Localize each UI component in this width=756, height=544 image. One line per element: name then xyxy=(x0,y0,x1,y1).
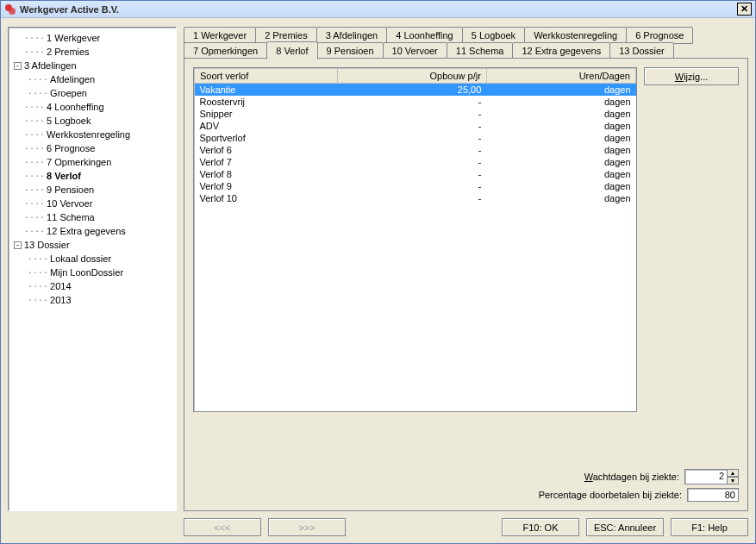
window-title: Werkgever Active B.V. xyxy=(20,4,737,15)
tree-connector: ···· xyxy=(22,296,48,305)
form-rows: Wachtdagen bij ziekte: 2 ▲ ▼ Percentage … xyxy=(193,466,739,502)
tree-label: Afdelingen xyxy=(50,74,95,84)
tree-item[interactable]: ····4 Loonheffing xyxy=(10,100,174,114)
cell-soort: Snipper xyxy=(195,108,338,120)
tab[interactable]: 7 Opmerkingen xyxy=(184,42,267,59)
window: Werkgever Active B.V. ✕ ····1 Werkgever·… xyxy=(0,0,756,544)
col-opbouw[interactable]: Opbouw p/jr xyxy=(337,69,486,84)
tab[interactable]: 12 Extra gegevens xyxy=(512,42,610,59)
prev-button[interactable]: <<< xyxy=(184,518,261,536)
wachtdagen-label-rest: achtdagen bij ziekte: xyxy=(593,472,679,482)
tree-item[interactable]: ····2014 xyxy=(10,279,174,293)
tree-item[interactable]: ····1 Werkgever xyxy=(10,31,174,45)
tree-label: 12 Extra gegevens xyxy=(47,226,126,236)
tab[interactable]: 4 Loonheffing xyxy=(386,27,462,44)
cell-soort: Vakantie xyxy=(195,84,338,97)
cell-opbouw: - xyxy=(337,156,486,168)
spinner-down[interactable]: ▼ xyxy=(727,477,739,485)
tree-label: 2013 xyxy=(50,295,71,305)
close-button[interactable]: ✕ xyxy=(737,3,752,16)
tab[interactable]: Werkkostenregeling xyxy=(524,27,627,44)
table-row[interactable]: Verlof 8-dagen xyxy=(195,168,636,180)
tab[interactable]: 1 Werkgever xyxy=(184,27,256,44)
table-row[interactable]: Roostervrij-dagen xyxy=(195,96,636,108)
ok-button[interactable]: F10: OK xyxy=(502,518,579,536)
tree-item[interactable]: -13 Dossier xyxy=(10,238,174,252)
tab[interactable]: 11 Schema xyxy=(447,42,514,59)
tab[interactable]: 8 Verlof xyxy=(266,41,317,59)
spinner-up[interactable]: ▲ xyxy=(727,469,739,477)
tree-item[interactable]: ····5 Logboek xyxy=(10,114,174,128)
percentage-input[interactable]: 80 xyxy=(687,488,739,502)
table-row[interactable]: Verlof 7-dagen xyxy=(195,156,636,168)
cell-soort: Verlof 8 xyxy=(195,168,338,180)
tree-item[interactable]: ····7 Opmerkingen xyxy=(10,155,174,169)
tab[interactable]: 5 Logboek xyxy=(462,27,525,44)
tab[interactable]: 6 Prognose xyxy=(626,27,693,44)
side-buttons: Wijzig... xyxy=(644,67,739,459)
tab[interactable]: 10 Vervoer xyxy=(383,42,447,59)
wachtdagen-accel: W xyxy=(584,472,593,482)
bottom-bar: <<< >>> F10: OK ESC: Annuleer F1: Help xyxy=(184,518,748,536)
tabs-row-2: 7 Opmerkingen8 Verlof9 Pensioen10 Vervoe… xyxy=(184,42,748,59)
tree-item[interactable]: ····11 Schema xyxy=(10,210,174,224)
tree-connector: ···· xyxy=(24,213,45,222)
tree-label: Groepen xyxy=(50,88,87,98)
tree-connector: ···· xyxy=(24,34,45,43)
cell-opbouw: - xyxy=(337,144,486,156)
help-button[interactable]: F1: Help xyxy=(671,518,748,536)
tree-label: 9 Pensioen xyxy=(47,184,94,195)
wachtdagen-spinner: 2 ▲ ▼ xyxy=(684,469,739,485)
table-row[interactable]: Verlof 6-dagen xyxy=(195,144,636,156)
tree-toggle[interactable]: - xyxy=(14,62,22,70)
cell-soort: ADV xyxy=(195,120,338,132)
cell-urendagen: dagen xyxy=(486,96,635,108)
cell-soort: Sportverlof xyxy=(195,132,338,144)
tree-item[interactable]: ····Lokaal dossier xyxy=(10,252,174,266)
col-soort-verlof[interactable]: Soort verlof xyxy=(195,69,338,84)
table-row[interactable]: Snipper-dagen xyxy=(195,108,636,120)
tree-item[interactable]: ····10 Vervoer xyxy=(10,197,174,210)
tree-connector: ···· xyxy=(24,103,45,112)
tree-label: 11 Schema xyxy=(47,212,95,222)
tree-item[interactable]: ····Werkkostenregeling xyxy=(10,128,174,141)
table-row[interactable]: Verlof 10-dagen xyxy=(195,192,636,204)
table-row[interactable]: Vakantie25,00dagen xyxy=(195,84,636,97)
tree-item[interactable]: ····2 Premies xyxy=(10,45,174,59)
tree-connector: ···· xyxy=(24,144,45,153)
tab[interactable]: 3 Afdelingen xyxy=(316,27,388,44)
wijzig-accel: W xyxy=(675,72,684,82)
tree-item[interactable]: ····Groepen xyxy=(10,86,174,100)
tree-item[interactable]: ····9 Pensioen xyxy=(10,183,174,197)
tree-connector: ···· xyxy=(24,116,45,126)
tree-connector: ···· xyxy=(24,185,45,195)
col-uren-dagen[interactable]: Uren/Dagen xyxy=(486,69,635,84)
tree-item[interactable]: ····6 Prognose xyxy=(10,141,174,155)
wachtdagen-input[interactable]: 2 xyxy=(684,469,728,485)
inner-top: Soort verlof Opbouw p/jr Uren/Dagen Vaka… xyxy=(193,67,739,459)
table-row[interactable]: Sportverlof-dagen xyxy=(195,132,636,144)
cell-urendagen: dagen xyxy=(486,168,635,180)
tab[interactable]: 9 Pensioen xyxy=(317,42,384,59)
tree-connector: ···· xyxy=(22,75,48,84)
tree-label: 6 Prognose xyxy=(47,143,95,153)
tree-toggle[interactable]: - xyxy=(14,241,22,249)
tree-connector: ···· xyxy=(22,282,48,291)
tab[interactable]: 13 Dossier xyxy=(609,42,674,59)
table-row[interactable]: Verlof 9-dagen xyxy=(195,180,636,192)
next-button[interactable]: >>> xyxy=(268,518,346,536)
cell-opbouw: - xyxy=(337,132,486,144)
table-row[interactable]: ADV-dagen xyxy=(195,120,636,132)
tree-item[interactable]: ····Afdelingen xyxy=(10,72,174,86)
cancel-button[interactable]: ESC: Annuleer xyxy=(586,518,664,536)
tree-label: Mijn LoonDossier xyxy=(50,267,123,278)
tree-connector: ···· xyxy=(24,227,45,236)
tree-item[interactable]: -3 Afdelingen xyxy=(10,59,174,72)
cell-soort: Verlof 9 xyxy=(195,180,338,192)
tree-item[interactable]: ····8 Verlof xyxy=(10,169,174,183)
wijzig-button[interactable]: Wijzig... xyxy=(644,67,739,85)
cell-urendagen: dagen xyxy=(486,156,635,168)
tree-item[interactable]: ····2013 xyxy=(10,293,174,307)
tree-item[interactable]: ····12 Extra gegevens xyxy=(10,224,174,238)
tree-item[interactable]: ····Mijn LoonDossier xyxy=(10,266,174,279)
